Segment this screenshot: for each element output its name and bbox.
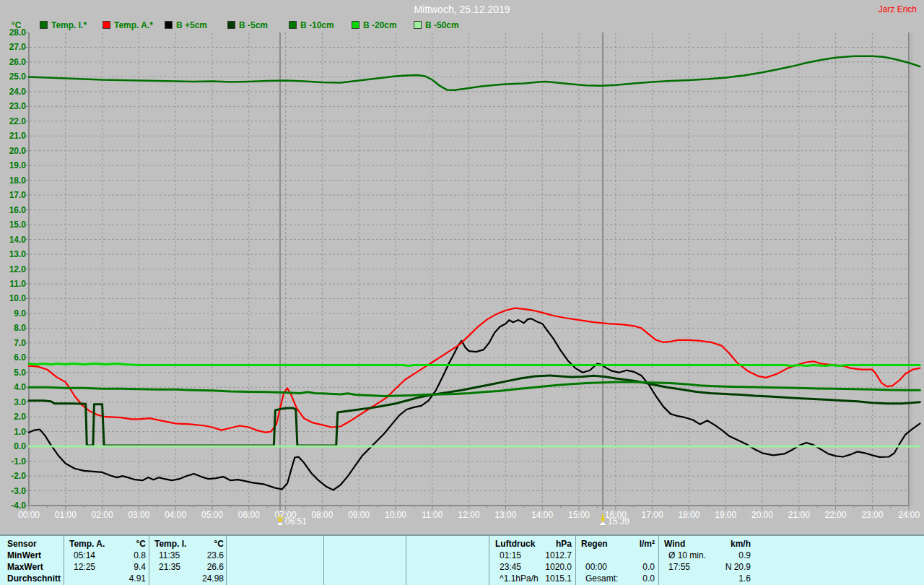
- x-tick-label: 18:00: [678, 510, 699, 520]
- value-number: 1015.1: [545, 573, 572, 584]
- y-tick-label: 21.0: [9, 131, 27, 141]
- value-time: 01:15: [494, 550, 521, 561]
- y-tick-label: 17.0: [9, 190, 27, 200]
- table-row: 17:55N 20.9: [663, 561, 751, 573]
- value-time: 05:14: [68, 550, 95, 561]
- table-column-header: LuftdruckhPa: [494, 538, 572, 550]
- x-tick-label: 14:00: [531, 510, 553, 520]
- table-column-wind: Windkm/hØ 10 min.0.917:55N 20.91.6: [663, 538, 751, 584]
- value-number: 24.98: [202, 573, 224, 584]
- table-row: Ø 10 min.0.9: [663, 550, 751, 561]
- y-tick-label: 13.0: [9, 249, 27, 259]
- table-row: 21:3526.6: [153, 561, 224, 573]
- table-divider: [575, 536, 576, 585]
- y-tick-label: 25.0: [9, 72, 27, 82]
- table-row: Gesamt:0.0: [580, 573, 655, 584]
- weather-day-chart-page: Mittwoch, 25.12.2019 Jarz Erich °C Temp.…: [0, 0, 924, 585]
- table-divider: [149, 536, 149, 585]
- x-tick-label: 09:00: [348, 510, 370, 520]
- summary-table: SensorMinWertMaxWertDurchschnittTemp. A.…: [0, 534, 924, 585]
- table-divider: [489, 536, 489, 585]
- table-row: [580, 550, 655, 561]
- sensor-name: Temp. A.: [68, 538, 105, 550]
- table-row: 11:3523.6: [153, 550, 224, 561]
- sun-marker-lines: [280, 32, 603, 510]
- x-tick-label: 23:00: [861, 510, 883, 520]
- table-row: 1.6: [663, 573, 751, 584]
- sensor-unit: l/m²: [640, 538, 655, 550]
- x-axis-tick-labels: 00:0001:0002:0003:0004:0005:0006:0007:00…: [18, 510, 920, 520]
- y-tick-label: 7.0: [14, 338, 26, 348]
- table-row: 23:451020.0: [494, 561, 572, 573]
- table-divider: [658, 536, 659, 585]
- table-divider: [226, 536, 227, 585]
- x-tick-label: 24:00: [898, 510, 920, 520]
- y-tick-label: 24.0: [9, 87, 27, 97]
- x-tick-label: 02:00: [92, 510, 113, 520]
- table-row: 00:000.0: [580, 561, 655, 573]
- table-column-header: Regenl/m²: [580, 538, 655, 550]
- value-number: 1012.7: [545, 550, 572, 561]
- table-column-header: Windkm/h: [663, 538, 751, 550]
- x-tick-label: 04:00: [165, 510, 186, 520]
- table-row-label: Durchschnitt: [3, 573, 62, 584]
- table-divider: [323, 536, 324, 585]
- y-tick-label: -3.0: [11, 486, 26, 496]
- y-tick-label: 4.0: [14, 382, 26, 392]
- y-tick-label: 15.0: [9, 220, 27, 230]
- value-time: 00:00: [580, 561, 607, 573]
- sunset-time-label: 15:39: [608, 516, 629, 526]
- y-tick-label: 23.0: [9, 101, 27, 111]
- x-tick-label: 06:00: [238, 510, 260, 520]
- table-row: 05:140.8: [68, 550, 146, 561]
- sensor-name: Regen: [580, 538, 608, 550]
- value-number: 1020.0: [545, 561, 572, 573]
- value-time: 23:45: [494, 561, 521, 573]
- table-column-temp-a: Temp. A.°C05:140.812:259.44.91: [68, 538, 146, 584]
- table-column-luftdruck: LuftdruckhPa01:151012.723:451020.0^1.1hP…: [494, 538, 572, 584]
- table-divider: [64, 536, 64, 585]
- table-row: 24.98: [153, 573, 224, 584]
- sensor-name: Luftdruck: [494, 538, 535, 550]
- y-tick-label: 9.0: [14, 308, 26, 318]
- x-tick-label: 11:00: [422, 510, 443, 520]
- x-tick-label: 01:00: [55, 510, 77, 520]
- x-tick-label: 20:00: [751, 510, 773, 520]
- gridlines: [30, 32, 909, 505]
- y-tick-label: 5.0: [14, 368, 26, 378]
- value-time: 12:25: [68, 561, 95, 573]
- sensor-name: Wind: [663, 538, 685, 550]
- value-number: 23.6: [207, 550, 224, 561]
- y-tick-label: 8.0: [14, 323, 26, 333]
- x-tick-label: 12:00: [458, 510, 480, 520]
- value-number: 26.6: [207, 561, 224, 573]
- x-tick-label: 05:00: [201, 510, 223, 520]
- value-time: ^1.1hPa/h: [494, 573, 539, 584]
- y-tick-label: -2.0: [11, 471, 26, 481]
- x-tick-label: 13:00: [494, 510, 516, 520]
- table-row-label: MaxWert: [3, 561, 62, 573]
- table-column-header: Temp. A.°C: [68, 538, 146, 550]
- y-tick-label: 2.0: [14, 412, 26, 422]
- y-tick-label: 11.0: [9, 279, 26, 289]
- value-time: Ø 10 min.: [663, 550, 706, 561]
- tick-marks: [25, 32, 909, 510]
- value-number: 0.9: [738, 550, 751, 561]
- value-time: 17:55: [663, 561, 690, 573]
- series-b-5cm: [29, 376, 920, 446]
- series-b-20cm: [29, 364, 920, 366]
- sunrise-time-label: 06:51: [285, 516, 307, 526]
- series-b+5cm: [29, 318, 920, 490]
- chart-plot-area: 28.027.026.025.024.023.022.021.020.019.0…: [0, 0, 924, 534]
- y-tick-label: 27.0: [9, 42, 27, 52]
- table-divider: [406, 536, 406, 585]
- series-b-10cm: [29, 382, 920, 396]
- table-row-label: Sensor: [3, 538, 62, 550]
- value-number: 4.91: [129, 573, 146, 584]
- value-number: 0.0: [642, 573, 655, 584]
- table-row: ^1.1hPa/h1015.1: [494, 573, 572, 584]
- value-time: 11:35: [153, 550, 180, 561]
- sensor-unit: °C: [136, 538, 146, 550]
- y-tick-label: 20.0: [9, 146, 27, 156]
- value-time: [580, 550, 585, 561]
